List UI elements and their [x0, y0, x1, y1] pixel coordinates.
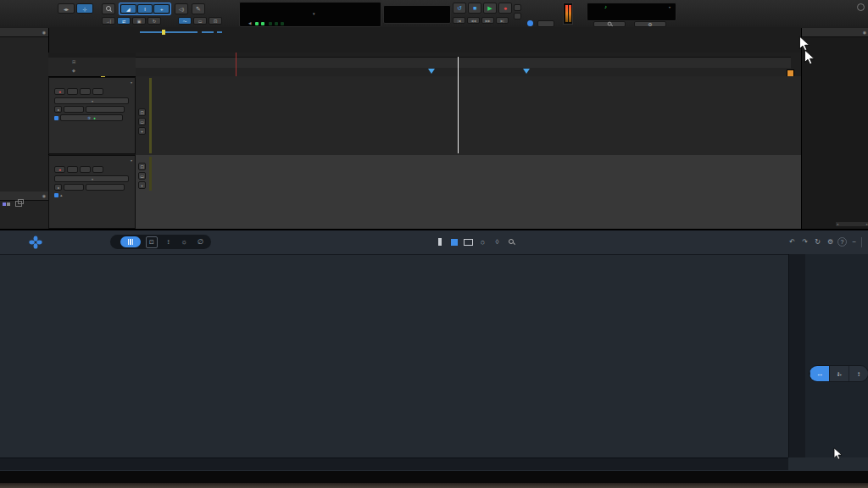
tab-to-transient-button[interactable]: →|: [102, 17, 115, 25]
timefreq-select-tool-button[interactable]: [448, 236, 459, 247]
audio2-insert-rx-plugin[interactable]: ⑤●: [60, 114, 123, 121]
grid-magnifier-button[interactable]: [593, 21, 626, 27]
counter-dropdown-caret[interactable]: ▾: [313, 11, 315, 16]
group-all-item[interactable]: [0, 201, 48, 208]
audio2-input-button[interactable]: [67, 88, 78, 95]
online-indicator-icon[interactable]: [527, 20, 533, 26]
universe-strip[interactable]: [0, 27, 868, 53]
audio1-view-selector[interactable]: ▾: [54, 175, 129, 182]
scrubber-tool-button[interactable]: ◁): [175, 3, 188, 14]
track-options-caret[interactable]: ▾: [131, 80, 132, 85]
layered-editing-button[interactable]: ⊡: [209, 17, 222, 25]
clips-horizontal-scrollbar[interactable]: ◂▸: [836, 222, 868, 226]
clips-panel-header[interactable]: ◉: [802, 28, 868, 37]
grabber-tool-button[interactable]: +: [153, 4, 170, 14]
audio1-lane[interactable]: [136, 155, 801, 229]
settings-gear-icon[interactable]: ⚙: [825, 236, 836, 247]
stop-button[interactable]: ■: [468, 3, 481, 14]
brush-tool-button[interactable]: [120, 236, 141, 247]
selection-start-marker[interactable]: [428, 69, 435, 74]
audio2-record-enable-button[interactable]: ●: [54, 88, 65, 95]
audio1-automation-mode[interactable]: [64, 184, 84, 191]
play-button[interactable]: ▶: [483, 3, 497, 14]
audio2-automation-mode[interactable]: [64, 106, 84, 113]
rx-time-ruler[interactable]: [0, 458, 788, 470]
audio2-automation-icon[interactable]: ◂: [54, 106, 62, 113]
undo-icon[interactable]: ↶: [787, 236, 798, 247]
audio1-zoom-out-button[interactable]: ▭: [138, 172, 146, 180]
go-to-end-button[interactable]: ▶|: [496, 17, 509, 24]
ruler-area[interactable]: [136, 53, 801, 77]
markers-ruler-label[interactable]: ◆: [72, 68, 75, 73]
grid-value-box[interactable]: ♪ ▾: [587, 3, 676, 21]
rewind-button[interactable]: ◀◀: [467, 17, 480, 24]
main-counter[interactable]: ▾ ◀: [239, 2, 381, 27]
link-timeline-button[interactable]: ▣: [132, 17, 146, 25]
options-circle-icon[interactable]: [857, 3, 865, 11]
audio1-record-enable-button[interactable]: ●: [54, 166, 65, 173]
gridbox-caret[interactable]: ▾: [669, 5, 670, 9]
groups-panel-menu-icon[interactable]: ◉: [42, 193, 46, 198]
timecode-ruler[interactable]: [136, 57, 791, 69]
group-window-icon[interactable]: [15, 201, 22, 207]
track-options-caret[interactable]: ▾: [131, 158, 132, 163]
lasso-select-tool-button[interactable]: ○: [477, 236, 488, 247]
trim-tool-button[interactable]: ◢: [120, 4, 136, 14]
audio2-solo-button[interactable]: [80, 88, 91, 95]
zoom-tool-button[interactable]: [506, 236, 517, 247]
bypass-tool-button[interactable]: ∅: [195, 236, 206, 247]
vertical-expand-tool-button[interactable]: ↕: [163, 236, 174, 247]
audio2-read-mode[interactable]: [86, 106, 125, 113]
audio2-mute-button[interactable]: [92, 88, 103, 95]
audio2-zoom-plus-button[interactable]: +: [138, 127, 146, 135]
clips-panel-menu-icon[interactable]: ◉: [863, 30, 866, 35]
freq-select-tool-button[interactable]: [463, 236, 474, 247]
zoomer-tool-button[interactable]: [102, 3, 115, 14]
selection-end-marker[interactable]: [523, 69, 530, 74]
direction-horizontal-button[interactable]: ↔: [810, 366, 829, 381]
zoom-horizontal-button[interactable]: ◂▸: [58, 3, 75, 14]
mtc-button[interactable]: [537, 20, 554, 27]
audio1-input-button[interactable]: [67, 166, 78, 173]
direction-vertical-button[interactable]: ↕: [849, 366, 868, 381]
audio2-track-header[interactable]: ▾ ● ▾ ◂ ⑤●: [48, 77, 136, 154]
automation-follows-edit-button[interactable]: ▭: [193, 17, 207, 25]
record-button[interactable]: ●: [498, 3, 512, 14]
intensity-tool-button[interactable]: ☼: [179, 236, 190, 247]
spectrogram-display[interactable]: [0, 254, 788, 458]
audio2-zoom-in-button[interactable]: ⊡: [138, 108, 146, 116]
timecode-ruler-label[interactable]: ⊞: [72, 59, 75, 64]
grid-nudge-box[interactable]: [383, 5, 451, 24]
audio2-zoom-out-button[interactable]: ▭: [138, 118, 146, 125]
audio1-solo-button[interactable]: [80, 166, 91, 173]
selector-tool-button[interactable]: I: [137, 4, 153, 14]
direction-both-button[interactable]: ↔↕: [829, 366, 849, 381]
wand-select-tool-button[interactable]: ◊: [492, 236, 503, 247]
audio1-track-header[interactable]: ▾ ● ▾ ◂ ▴: [48, 155, 136, 229]
transport-expand-button[interactable]: [514, 4, 521, 11]
region-tool-button[interactable]: ⊡: [146, 236, 158, 248]
help-icon[interactable]: ?: [837, 237, 847, 247]
return-to-zero-button[interactable]: |◀: [453, 17, 465, 24]
mirrored-editing-button[interactable]: ⇄: [117, 17, 131, 25]
signal-flow-icon[interactable]: ~: [849, 236, 860, 247]
audio1-zoom-in-button[interactable]: ⊡: [138, 163, 146, 170]
audio1-read-mode[interactable]: [86, 184, 125, 191]
transport-expand-button2[interactable]: [514, 13, 521, 19]
time-select-tool-button[interactable]: [434, 236, 445, 247]
grid-settings-button[interactable]: ⚙: [634, 21, 666, 27]
link-track-button[interactable]: ↻: [147, 17, 161, 25]
audio1-automation-icon[interactable]: ◂: [54, 184, 62, 191]
zoom-vertical-button[interactable]: ⊹: [76, 3, 93, 14]
history-icon[interactable]: ↻: [812, 236, 823, 247]
audio1-mute-button[interactable]: [92, 166, 103, 173]
markers-ruler[interactable]: [136, 68, 791, 76]
groups-panel-header[interactable]: ◉: [0, 191, 48, 201]
pencil-tool-button[interactable]: ✎: [192, 3, 205, 14]
audio2-view-selector[interactable]: ▾: [54, 97, 129, 104]
tracks-panel-menu-icon[interactable]: ◉: [42, 30, 46, 35]
fast-forward-button[interactable]: ▶▶: [481, 17, 494, 24]
audio1-zoom-plus-button[interactable]: +: [138, 181, 146, 189]
redo-icon[interactable]: ↷: [799, 236, 810, 247]
tracks-panel-header[interactable]: ◉: [0, 28, 48, 37]
